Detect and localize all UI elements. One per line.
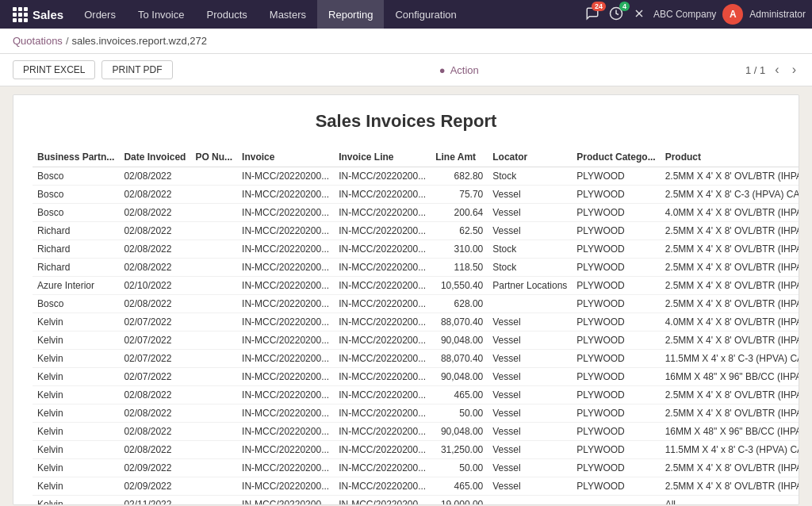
table-cell: PLYWOOD (572, 477, 660, 496)
report-table: Business Partn... Date Invoiced PO Nu...… (33, 148, 799, 505)
table-cell: IN-MCC/20220200... (237, 277, 334, 295)
table-cell: 88,070.40 (431, 350, 488, 368)
table-cell: 02/08/2022 (119, 404, 190, 423)
table-cell: Richard (33, 222, 119, 240)
table-cell: 02/09/2022 (119, 477, 190, 496)
table-cell: 90,048.00 (431, 423, 488, 441)
messages-badge: 24 (592, 2, 606, 11)
table-cell: PLYWOOD (572, 222, 660, 240)
table-cell: IN-MCC/20220200... (334, 496, 431, 506)
table-header: Business Partn... Date Invoiced PO Nu...… (33, 148, 799, 167)
nav-item-products[interactable]: Products (195, 0, 258, 29)
table-cell (190, 423, 237, 441)
toolbar-right: 1 / 1 ‹ › (745, 63, 799, 77)
nav-item-reporting[interactable]: Reporting (317, 0, 384, 29)
col-business-partner: Business Partn... (33, 148, 119, 167)
avatar[interactable]: A (722, 4, 743, 25)
table-cell: IN-MCC/20220200... (334, 222, 431, 240)
col-date-invoiced: Date Invoiced (119, 148, 190, 167)
table-cell: IN-MCC/20220200... (237, 404, 334, 423)
table-cell (190, 295, 237, 313)
table-cell (190, 332, 237, 350)
table-cell: PLYWOOD (572, 423, 660, 441)
nav-item-masters[interactable]: Masters (259, 0, 317, 29)
nav-item-configuration[interactable]: Configuration (384, 0, 467, 29)
table-cell: 02/08/2022 (119, 167, 190, 186)
table-cell (190, 240, 237, 259)
table-cell: Bosco (33, 204, 119, 222)
table-cell (190, 222, 237, 240)
table-cell: 02/08/2022 (119, 222, 190, 240)
table-cell: PLYWOOD (572, 404, 660, 423)
breadcrumb: Quotations / sales.invoices.report.wzd,2… (0, 29, 812, 54)
table-cell: All (661, 496, 799, 506)
print-excel-button[interactable]: PRINT EXCEL (13, 60, 95, 79)
action-label[interactable]: Action (450, 64, 479, 76)
table-row: Kelvin02/09/2022IN-MCC/20220200...IN-MCC… (33, 477, 799, 496)
report-inner: Sales Invoices Report Business Partn... … (13, 95, 799, 505)
breadcrumb-parent[interactable]: Quotations (13, 35, 63, 47)
breadcrumb-separator: / (66, 35, 69, 47)
app-logo[interactable]: Sales (6, 7, 70, 22)
nav-item-to-invoice[interactable]: To Invoice (127, 0, 196, 29)
table-cell: Vessel (488, 404, 572, 423)
table-cell (190, 167, 237, 186)
table-cell: IN-MCC/20220200... (237, 368, 334, 386)
col-po-number: PO Nu... (190, 148, 237, 167)
table-cell (190, 277, 237, 295)
table-cell (190, 477, 237, 496)
table-row: Kelvin02/09/2022IN-MCC/20220200...IN-MCC… (33, 459, 799, 477)
table-cell: 02/08/2022 (119, 386, 190, 404)
table-cell: Kelvin (33, 404, 119, 423)
table-cell (190, 386, 237, 404)
page-info: 1 / 1 (745, 64, 765, 76)
table-cell: IN-MCC/20220200... (237, 240, 334, 259)
nav-item-orders[interactable]: Orders (73, 0, 127, 29)
table-cell: Kelvin (33, 332, 119, 350)
table-cell: 628.00 (431, 295, 488, 313)
table-cell: IN-MCC/20220200... (237, 259, 334, 277)
table-cell: Stock (488, 167, 572, 186)
table-row: Richard02/08/2022IN-MCC/20220200...IN-MC… (33, 259, 799, 277)
report-body: Bosco02/08/2022IN-MCC/20220200...IN-MCC/… (33, 167, 799, 506)
table-cell: PLYWOOD (572, 386, 660, 404)
prev-page-button[interactable]: ‹ (772, 63, 782, 77)
table-cell: 2.5MM X 4' X 8' OVL/BTR (IHPA) MR MERANT… (661, 240, 799, 259)
table-cell: PLYWOOD (572, 332, 660, 350)
table-cell: 02/10/2022 (119, 277, 190, 295)
table-row: Kelvin02/07/2022IN-MCC/20220200...IN-MCC… (33, 332, 799, 350)
close-button[interactable] (631, 6, 647, 24)
table-cell (488, 295, 572, 313)
table-row: Azure Interior02/10/2022IN-MCC/20220200.… (33, 277, 799, 295)
table-cell: Kelvin (33, 386, 119, 404)
table-cell: IN-MCC/20220200... (334, 404, 431, 423)
col-product-category: Product Catego... (572, 148, 660, 167)
messages-button[interactable]: 24 (584, 5, 601, 25)
activity-button[interactable]: 4 (607, 5, 625, 25)
table-cell: IN-MCC/20220200... (334, 386, 431, 404)
table-cell: 2.5MM X 4' X 8' OVL/BTR (IHPA) MR MERANT… (661, 295, 799, 313)
table-cell: IN-MCC/20220200... (237, 459, 334, 477)
print-pdf-button[interactable]: PRINT PDF (102, 60, 172, 79)
table-cell: 88,070.40 (431, 313, 488, 332)
table-cell (190, 404, 237, 423)
table-cell: PLYWOOD (572, 259, 660, 277)
next-page-button[interactable]: › (789, 63, 799, 77)
table-row: Kelvin02/08/2022IN-MCC/20220200...IN-MCC… (33, 441, 799, 459)
table-cell (488, 496, 572, 506)
table-cell: Kelvin (33, 368, 119, 386)
table-cell: 90,048.00 (431, 332, 488, 350)
table-cell: 31,250.00 (431, 441, 488, 459)
app-title: Sales (33, 8, 63, 21)
table-cell: Kelvin (33, 350, 119, 368)
table-row: Kelvin02/08/2022IN-MCC/20220200...IN-MCC… (33, 404, 799, 423)
table-cell: 02/08/2022 (119, 259, 190, 277)
toolbar-center: ● Action (439, 64, 479, 76)
table-cell: IN-MCC/20220200... (334, 277, 431, 295)
table-cell: IN-MCC/20220200... (334, 295, 431, 313)
grid-icon (13, 7, 28, 22)
table-cell: 02/07/2022 (119, 332, 190, 350)
table-cell: 2.5MM X 4' X 8' C-3 (HPVA) CARB P2 BIRCH (661, 186, 799, 204)
table-cell: Vessel (488, 332, 572, 350)
table-cell: Vessel (488, 368, 572, 386)
